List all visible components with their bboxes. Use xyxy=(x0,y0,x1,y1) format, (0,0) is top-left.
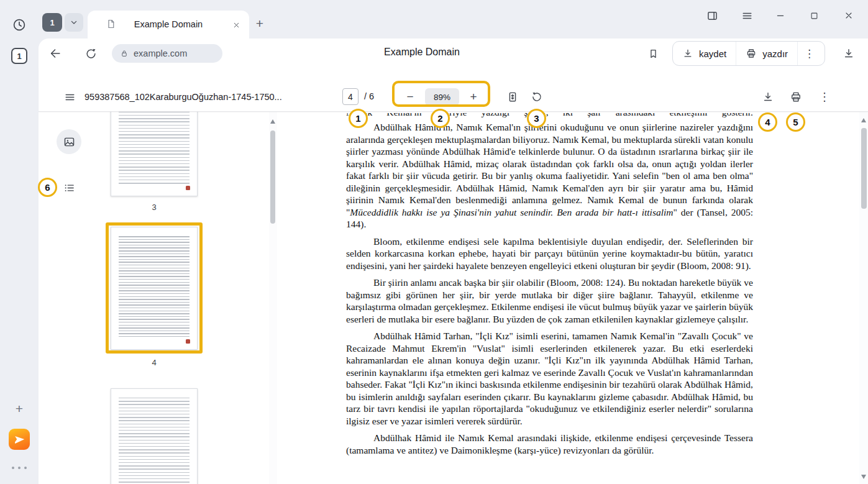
hamburger-menu-icon xyxy=(741,10,753,22)
scrollbar-thumb[interactable] xyxy=(270,130,275,224)
back-button[interactable] xyxy=(47,45,64,62)
pdf-paragraph: Abdülhak Hâmid ile Namık Kemal arasındak… xyxy=(346,432,753,456)
page-thumbnail-5[interactable] xyxy=(111,388,198,484)
page-actions-more-button[interactable]: ⋮ xyxy=(798,42,821,65)
thumbnail-scrollbar xyxy=(269,112,277,484)
thumbnail-text-lines xyxy=(119,236,190,338)
downloads-button[interactable] xyxy=(840,45,857,62)
pdf-print-button[interactable] xyxy=(786,87,806,107)
scroll-down-arrow[interactable] xyxy=(861,475,866,479)
pdf-filename: 959387568_102KaraburguOğuzhan-1745-1750.… xyxy=(85,92,282,102)
list-outline-icon xyxy=(63,181,76,194)
thumbnail-logo-mark xyxy=(186,339,190,344)
tab-title: Example Domain xyxy=(119,19,218,29)
lock-icon xyxy=(120,49,129,58)
outline-view-toggle[interactable] xyxy=(57,175,81,200)
printer-icon xyxy=(746,48,757,59)
save-page-label: kaydet xyxy=(699,48,726,59)
close-icon xyxy=(844,11,854,21)
fit-to-page-button[interactable] xyxy=(503,88,522,106)
history-clock-icon[interactable] xyxy=(11,16,28,34)
minimize-icon xyxy=(775,11,785,21)
tab-group-badge[interactable]: 1 xyxy=(42,13,62,32)
back-arrow-icon xyxy=(48,47,62,60)
page-number-input[interactable]: 4 xyxy=(342,88,359,105)
printer-icon xyxy=(790,91,802,103)
download-icon xyxy=(682,48,693,59)
tab-strip: 1 Example Domain + xyxy=(39,0,868,39)
scroll-up-arrow[interactable] xyxy=(861,118,866,122)
hamburger-menu-icon xyxy=(64,91,76,103)
reload-button[interactable] xyxy=(82,45,99,62)
page-favicon xyxy=(106,19,116,29)
thumbnail-logo-mark xyxy=(186,186,190,190)
download-icon xyxy=(762,91,774,103)
chevron-down-icon xyxy=(69,17,79,27)
pdf-paragraph: Abdülhak Hâmid'in, Namık Kemal'ın şiirle… xyxy=(346,121,753,231)
zoom-level: 89% xyxy=(425,88,459,106)
thumbnail-label-3: 3 xyxy=(111,203,198,212)
pdf-viewer: 959387568_102KaraburguOğuzhan-1745-1750.… xyxy=(39,68,868,484)
window-maximize-button[interactable] xyxy=(805,7,823,24)
tab-close-button[interactable] xyxy=(231,19,242,30)
ellipsis-dots xyxy=(12,467,27,469)
tab-group-chevron-button[interactable] xyxy=(65,13,83,32)
clock-icon xyxy=(12,17,27,32)
pdf-paragraphs: Abdülhak Hâmid'in, Namık Kemal'ın şiirle… xyxy=(346,121,753,456)
rotate-button[interactable] xyxy=(528,88,546,106)
page-thumbnail-3[interactable] xyxy=(111,112,198,196)
pdf-text-column: Namık Kemal'in tesiriyle yazdığı şiirler… xyxy=(346,113,753,456)
sidebar-add-button[interactable]: + xyxy=(11,400,28,418)
active-tab[interactable]: Example Domain xyxy=(88,11,249,39)
window-minimize-button[interactable] xyxy=(772,7,789,24)
address-bar: example.com Example Domain kaydet yazdır… xyxy=(39,39,868,68)
thumbnail-text-lines xyxy=(119,398,190,484)
download-icon xyxy=(843,47,855,60)
url-field[interactable]: example.com xyxy=(112,44,222,63)
pdf-more-button[interactable]: ⋮ xyxy=(815,87,834,107)
print-page-label: yazdır xyxy=(762,48,788,59)
pdf-download-button[interactable] xyxy=(758,87,778,107)
page-thumbnail-4[interactable] xyxy=(111,227,198,350)
pdf-paragraph: Bloom, etkilenme endişesi sele kapılma b… xyxy=(346,235,753,272)
pdf-paragraph: Bir şiirin anlamı ancak başka bir şiir o… xyxy=(346,276,753,325)
print-page-button[interactable]: yazdır xyxy=(736,42,797,65)
clipped-top-line: Namık Kemal'in tesiriyle yazdığı şiirler… xyxy=(346,113,753,119)
browser-content-card: example.com Example Domain kaydet yazdır… xyxy=(39,39,868,484)
bookmark-flag-icon xyxy=(647,48,659,60)
save-page-button[interactable]: kaydet xyxy=(673,42,736,65)
zoom-out-button[interactable]: − xyxy=(401,88,419,106)
side-panels-button[interactable] xyxy=(703,7,721,24)
sidebar-more-icon[interactable] xyxy=(11,464,28,472)
scroll-up-arrow[interactable] xyxy=(270,119,275,124)
paper-plane-icon xyxy=(12,432,26,446)
reload-icon xyxy=(85,47,98,60)
close-icon xyxy=(232,21,240,29)
thumbnail-label-4: 4 xyxy=(111,358,198,367)
thumbnail-text-lines xyxy=(119,112,190,185)
image-icon xyxy=(63,135,76,148)
page-count-label: / 6 xyxy=(364,91,374,101)
content-scrollbar xyxy=(859,112,868,484)
window-close-button[interactable] xyxy=(840,7,857,24)
scrollbar-thumb[interactable] xyxy=(861,128,867,209)
yandex-app-icon[interactable] xyxy=(9,429,30,450)
rotate-ccw-icon xyxy=(531,91,543,103)
pdf-paragraph: Abdülhak Hâmid Tarhan, "İçli Kız" isimli… xyxy=(346,330,753,427)
page-actions-group: kaydet yazdır ⋮ xyxy=(672,41,825,66)
thumbnail-view-toggle[interactable] xyxy=(57,129,81,154)
document-icon xyxy=(106,19,116,29)
pdf-toolbar: 959387568_102KaraburguOğuzhan-1745-1750.… xyxy=(39,68,868,112)
pdf-menu-button[interactable] xyxy=(58,86,81,108)
pdf-page-content: Namık Kemal'in tesiriyle yazdığı şiirler… xyxy=(277,112,859,484)
browser-menu-button[interactable] xyxy=(738,7,756,24)
thumbnail-panel: 3 4 xyxy=(39,112,269,484)
bookmark-button[interactable] xyxy=(644,45,662,62)
zoom-in-button[interactable]: + xyxy=(465,88,482,106)
url-text: example.com xyxy=(134,48,187,58)
maximize-icon xyxy=(810,11,819,21)
new-tab-button[interactable]: + xyxy=(252,16,268,32)
browser-left-sidebar: 1 + xyxy=(0,0,39,484)
sidebar-tab-counter[interactable]: 1 xyxy=(11,48,27,64)
page-title: Example Domain xyxy=(322,47,521,58)
